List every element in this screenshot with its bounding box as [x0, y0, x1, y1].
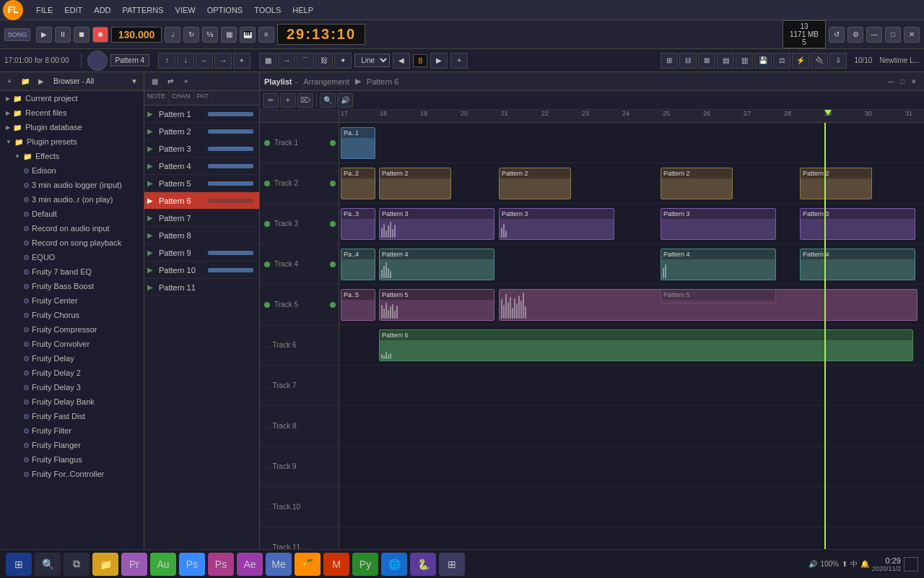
taskbar-windows-btn[interactable]: ⊞: [6, 553, 32, 576]
taskbar-grid-btn[interactable]: ⊞: [439, 553, 465, 576]
bpm-display[interactable]: 130.000: [111, 27, 162, 43]
sidebar-item-bass-boost[interactable]: ⚙ Fruity Bass Boost: [0, 279, 144, 293]
sidebar-item-fruity-chorus[interactable]: ⚙ Fruity Chorus: [0, 308, 144, 322]
pattern-item-10[interactable]: ▶ Pattern 10: [144, 262, 259, 279]
sidebar-item-record-audio[interactable]: ⚙ Record on audio input: [0, 221, 144, 236]
menu-patterns[interactable]: PATTERNS: [120, 4, 167, 16]
sidebar-item-fruity-delay-bank[interactable]: ⚙ Fruity Delay Bank: [0, 394, 144, 409]
sidebar-item-fruity-center[interactable]: ⚙ Fruity Center: [0, 293, 144, 308]
pattern-block[interactable]: Pa..1: [341, 127, 375, 159]
pattern-block[interactable]: Pattern 2: [800, 168, 872, 199]
fx-btn[interactable]: ⚡: [792, 53, 809, 69]
taskbar-edge-btn[interactable]: 🌐: [381, 553, 407, 576]
refresh-btn[interactable]: ↺: [829, 27, 845, 43]
pattern-block[interactable]: Pattern 4: [800, 249, 915, 280]
arrow-btn[interactable]: →: [278, 53, 295, 69]
settings-btn[interactable]: ⚙: [847, 27, 863, 43]
sidebar-item-fruity-delay[interactable]: ⚙ Fruity Delay: [0, 351, 144, 366]
pattern-block[interactable]: Pa..4: [341, 249, 375, 280]
stamp-btn[interactable]: ✦: [334, 53, 352, 69]
sidebar-add-btn[interactable]: +: [3, 75, 16, 88]
pattern-block[interactable]: Pattern 4: [379, 249, 494, 280]
taskbar-me-btn[interactable]: Me: [266, 553, 292, 576]
sidebar-item-fruity-fast-dist[interactable]: ⚙ Fruity Fast Dist: [0, 409, 144, 423]
pattern-block[interactable]: Pattern 5: [661, 289, 776, 303]
pattern-block[interactable]: Pattern 3: [800, 208, 915, 240]
line-right-btn[interactable]: ▶: [430, 53, 448, 69]
pattern-block[interactable]: Pa..5: [341, 289, 375, 321]
sidebar-item-current-project[interactable]: ▶ 📁 Current project: [0, 91, 144, 105]
desktop-btn[interactable]: [904, 557, 918, 571]
pattern-item-1[interactable]: ▶ Pattern 1: [144, 105, 259, 123]
pl-zoom-btn[interactable]: 🔍: [320, 93, 336, 108]
taskbar-audition-btn[interactable]: Au: [150, 553, 176, 576]
eq-btn[interactable]: ⚖: [773, 53, 790, 69]
sidebar-item-default[interactable]: ⚙ Default: [0, 207, 144, 221]
track-grid[interactable]: 17 18 19 20 21 22 23 24 25 26 27 28 29 3…: [339, 110, 924, 578]
pattern-item-9[interactable]: ▶ Pattern 9: [144, 244, 259, 262]
sidebar-item-fruity-delay-2[interactable]: ⚙ Fruity Delay 2: [0, 366, 144, 380]
stop-btn[interactable]: ⏹: [74, 27, 90, 43]
pattern-block[interactable]: Pattern 6: [379, 329, 913, 361]
pattern-block[interactable]: Pattern 2: [379, 168, 451, 199]
line-left-btn[interactable]: ◀: [393, 53, 410, 69]
track-grid-row-4[interactable]: Pa..4 Pattern 4: [339, 244, 924, 285]
play-btn[interactable]: ▶: [36, 27, 52, 43]
sidebar-arrow-btn[interactable]: ▶: [35, 75, 48, 88]
playlist-max-btn[interactable]: □: [897, 76, 908, 87]
pattern-tb-btn3[interactable]: ⌖: [179, 74, 193, 89]
sidebar-item-fruity-delay-3[interactable]: ⚙ Fruity Delay 3: [0, 380, 144, 394]
sidebar-folder-btn[interactable]: 📁: [19, 75, 32, 88]
track-grid-row-8[interactable]: [339, 406, 924, 447]
nav-down-btn[interactable]: ↓: [177, 53, 194, 69]
pattern-block[interactable]: Pattern 3: [379, 208, 494, 240]
taskbar-premiere-btn[interactable]: Pr: [121, 553, 147, 576]
pattern-item-2[interactable]: ▶ Pattern 2: [144, 123, 259, 140]
max-btn[interactable]: □: [885, 27, 901, 43]
pattern-block[interactable]: Pattern 3: [661, 208, 776, 240]
taskbar-task-view-btn[interactable]: ⧉: [64, 553, 90, 576]
save-btn[interactable]: 💾: [754, 53, 772, 69]
metronome-btn[interactable]: ♩: [165, 27, 180, 43]
pattern-item-8[interactable]: ▶ Pattern 8: [144, 227, 259, 244]
pl-draw-btn[interactable]: ✏: [263, 93, 279, 108]
track-grid-row-1[interactable]: Pa..1: [339, 123, 924, 163]
taskbar-ps2-btn[interactable]: Ps: [208, 553, 234, 576]
menu-view[interactable]: VIEW: [173, 4, 199, 16]
sidebar-item-equo[interactable]: ⚙ EQUO: [0, 250, 144, 264]
sidebar-item-edison[interactable]: ⚙ Edison: [0, 163, 144, 178]
pattern-item-3[interactable]: ▶ Pattern 3: [144, 140, 259, 158]
sidebar-chevron-btn[interactable]: ▼: [128, 75, 141, 88]
sidebar-item-fruity-filter[interactable]: ⚙ Fruity Filter: [0, 423, 144, 438]
track-grid-row-10[interactable]: [339, 487, 924, 527]
track-grid-row-5[interactable]: Pa..5 Pattern 5: [339, 285, 924, 325]
nav-up-btn[interactable]: ↑: [158, 53, 175, 69]
tempo-knob[interactable]: [87, 51, 108, 71]
taskbar-search-btn[interactable]: 🔍: [35, 553, 61, 576]
pause-btn[interactable]: ⏸: [55, 27, 71, 43]
snap-btn[interactable]: ⌒: [297, 53, 314, 69]
mixer-btn2[interactable]: ▦: [259, 53, 276, 69]
track-grid-row-9[interactable]: [339, 447, 924, 487]
pattern-item-6[interactable]: ▶ Pattern 6: [144, 192, 259, 210]
taskbar-fl-btn[interactable]: 🍊: [295, 553, 321, 576]
pattern-block[interactable]: Pa..3: [341, 208, 375, 240]
grid-btn[interactable]: ⊞: [661, 53, 678, 69]
track-grid-row-3[interactable]: Pa..3 Pattern 3: [339, 204, 924, 244]
taskbar-serpent-btn[interactable]: 🐍: [410, 553, 436, 576]
menu-file[interactable]: FILE: [33, 4, 56, 16]
menu-edit[interactable]: EDIT: [61, 4, 85, 16]
pattern-item-11[interactable]: ▶ Pattern 11: [144, 279, 259, 296]
taskbar-matlab-btn[interactable]: M: [323, 553, 349, 576]
track-grid-row-2[interactable]: Pa..2 Pattern 2 Pattern 2 Pattern 2 Patt: [339, 163, 924, 204]
pattern-item-5[interactable]: ▶ Pattern 5: [144, 175, 259, 192]
loop-btn[interactable]: ↻: [183, 27, 199, 43]
sidebar-item-fruity-convolver[interactable]: ⚙ Fruity Convolver: [0, 337, 144, 351]
pl-select-btn[interactable]: ⌖: [280, 93, 296, 108]
pattern-block[interactable]: Pa..2: [341, 168, 375, 199]
mixer-btn[interactable]: ▦: [221, 27, 237, 43]
min-btn[interactable]: —: [866, 27, 882, 43]
sidebar-item-record-song[interactable]: ⚙ Record on song playback: [0, 236, 144, 250]
sidebar-item-audio-on-play[interactable]: ⚙ 3 min audio..r (on play): [0, 192, 144, 207]
arrow2-btn[interactable]: ⇩: [829, 53, 847, 69]
